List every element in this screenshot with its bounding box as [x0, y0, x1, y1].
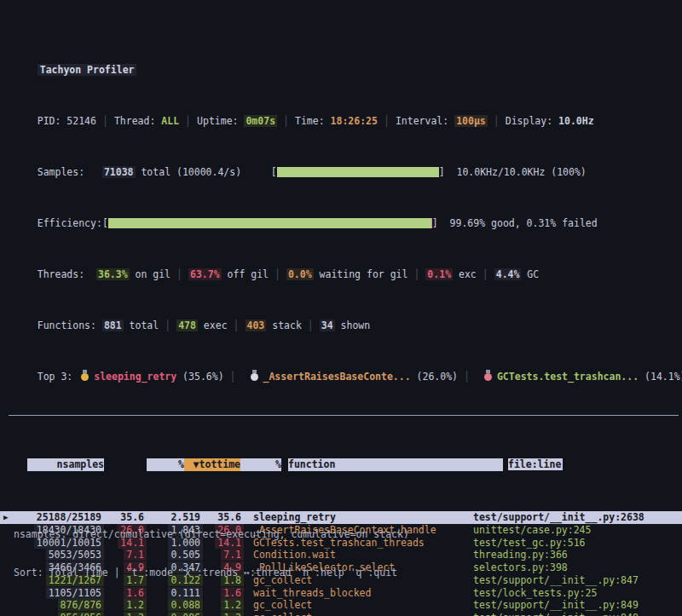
uptime-label: Uptime:: [197, 115, 238, 127]
efficiency-bar: [108, 218, 432, 228]
thread-stat-text: GC: [521, 268, 539, 280]
interval-label: Interval:: [396, 115, 448, 127]
percent-direct-cell-value: 1.2: [124, 612, 147, 616]
thread-stat-text: waiting for gil: [314, 268, 408, 280]
table-top-separator: [9, 415, 679, 416]
column-header-pct-cumulative[interactable]: %: [240, 458, 281, 471]
top3-function-name: sleeping_retry: [94, 371, 176, 383]
display-label: Display:: [506, 115, 552, 127]
divider: │: [165, 320, 170, 331]
top3-item: sleeping_retry (35.6%): [72, 371, 223, 383]
file-line-cell-value: test/support/__init__.py:849: [471, 599, 641, 611]
function-stat: 34 shown: [320, 320, 370, 331]
thread-stat-value: 36.3%: [96, 268, 130, 280]
thread-stat-value: 63.7%: [188, 268, 222, 280]
table-row[interactable]: 856/8561.20.0861.2gc_collecttest/support…: [0, 612, 682, 616]
tachyon-profiler-screen: Tachyon Profiler PID: 52146│Thread: ALL│…: [0, 0, 682, 616]
nsamples-cell-value: 856/856: [58, 612, 104, 616]
samples-bar-fill: [277, 167, 439, 177]
threads-segments: 36.3% on gil│63.7% off gil│0.0% waiting …: [96, 268, 539, 280]
percent-cumulative-cell-value: 1.2: [221, 612, 244, 616]
function-name-cell: gc_collect: [251, 612, 465, 616]
file-line-cell: test/support/__init__.py:849: [471, 599, 682, 612]
uptime-value: 0m07s: [244, 115, 277, 127]
bronze-medal-icon: [484, 373, 492, 381]
divider: │: [483, 268, 488, 280]
top3-item: _AssertRaisesBaseConte... (26.0%): [242, 371, 458, 383]
function-stat-value: 403: [246, 320, 267, 331]
function-stat-value: 478: [176, 320, 198, 331]
file-line-cell: test/support/__init__.py:847: [471, 574, 682, 587]
function-stat-text: shown: [335, 320, 371, 331]
nsamples-cell: 856/856: [27, 612, 104, 616]
file-line-cell-value: test/test_gc.py:516: [471, 537, 588, 549]
column-header-function[interactable]: function: [288, 458, 503, 471]
thread-stat-text: off gil: [222, 268, 269, 280]
efficiency-line: Efficiency:[] 99.69% good, 0.31% failed: [0, 204, 682, 217]
top3-item: GCTests.test_trashcan... (14.1%): [476, 371, 682, 383]
function-stat-value: 34: [320, 320, 335, 331]
column-header-file-line[interactable]: file:line: [508, 458, 563, 470]
time-label: Time:: [295, 115, 325, 127]
top3-percent: (14.1%): [639, 371, 682, 383]
gold-medal-icon: [81, 373, 89, 381]
file-line-cell: selectors.py:398: [471, 561, 682, 574]
thread-stat: 4.4% GC: [494, 268, 539, 280]
file-line-cell: threading.py:366: [471, 549, 682, 561]
thread-stat: 63.7% off gil: [188, 268, 269, 280]
footer-legend: nsamples: direct/cumulative (direct=exec…: [14, 528, 409, 541]
file-line-cell-value: unittest/case.py:245: [471, 524, 593, 536]
thread-stat: 0.1% exc: [425, 268, 476, 280]
divider: │: [102, 115, 108, 127]
thread-stat-text: on gil: [130, 268, 170, 280]
file-line-cell-value: test/lock_tests.py:25: [471, 587, 599, 599]
top3-percent: (35.6%): [176, 371, 223, 383]
time-value: 18:26:25: [331, 115, 378, 127]
top3-line: Top 3:sleeping_retry (35.6%)│_AssertRais…: [0, 358, 682, 371]
file-line-cell: test/lock_tests.py:25: [471, 587, 682, 600]
thread-stat-text: exc: [453, 268, 477, 280]
thread-stat: 36.3% on gil: [96, 268, 170, 280]
divider: │: [283, 115, 289, 127]
functions-line: Functions: 881 total│478 exec│403 stack│…: [0, 307, 682, 320]
samples-total-text: total (10000.4/s): [141, 166, 241, 178]
functions-label: Functions:: [38, 320, 96, 331]
divider: │: [234, 320, 240, 331]
efficiency-label: Efficiency:: [38, 217, 102, 229]
pid-label: PID:: [38, 115, 61, 127]
footer-keybindings: Sort: Total Time | 't':mode 'x':trends ↔…: [14, 567, 409, 579]
function-stat-text: total: [124, 320, 159, 331]
column-gap: [104, 458, 147, 471]
title-bar: Tachyon Profiler: [0, 38, 682, 64]
function-stat-text: stack: [266, 320, 302, 331]
column-header-nsamples[interactable]: nsamples: [27, 458, 104, 471]
divider: │: [384, 115, 390, 127]
thread-value[interactable]: ALL: [161, 115, 179, 127]
thread-stat: 0.0% waiting for gil: [286, 268, 407, 280]
divider: │: [185, 115, 191, 127]
status-line: PID: 52146│Thread: ALL│Uptime: 0m07s│Tim…: [0, 102, 682, 115]
app-title: Tachyon Profiler: [38, 64, 137, 76]
file-line-cell: test/support/__init__.py:2638: [471, 511, 682, 524]
function-name-cell-value: gc_collect: [251, 612, 315, 616]
efficiency-bar-failed: [431, 218, 432, 228]
samples-line: Samples: 71038 total (10000.4/s) [] 10.0…: [0, 153, 682, 166]
divider: │: [230, 371, 236, 383]
divider: │: [275, 268, 280, 280]
thread-stat-value: 4.4%: [494, 268, 522, 280]
samples-rate: 10.0KHz/10.0KHz (100%): [456, 166, 586, 178]
thread-stat-value: 0.1%: [425, 268, 453, 280]
function-stat: 403 stack: [246, 320, 302, 331]
tottime-cell: 0.086: [147, 612, 203, 616]
footer: nsamples: direct/cumulative (direct=exec…: [14, 503, 409, 605]
divider: │: [413, 268, 419, 280]
column-header-tottime-sorted[interactable]: ▼tottime: [184, 458, 240, 471]
threads-label: Threads:: [38, 268, 84, 280]
file-line-cell: unittest/case.py:245: [471, 524, 682, 537]
top3-percent: (26.0%): [411, 371, 458, 383]
pid-value: 52146: [66, 115, 96, 127]
column-header-pct-direct[interactable]: %: [147, 458, 184, 471]
file-line-cell-value: test/support/__init__.py:2638: [471, 511, 647, 523]
silver-medal-icon: [251, 373, 258, 381]
efficiency-summary: 99.69% good, 0.31% failed: [450, 217, 598, 229]
